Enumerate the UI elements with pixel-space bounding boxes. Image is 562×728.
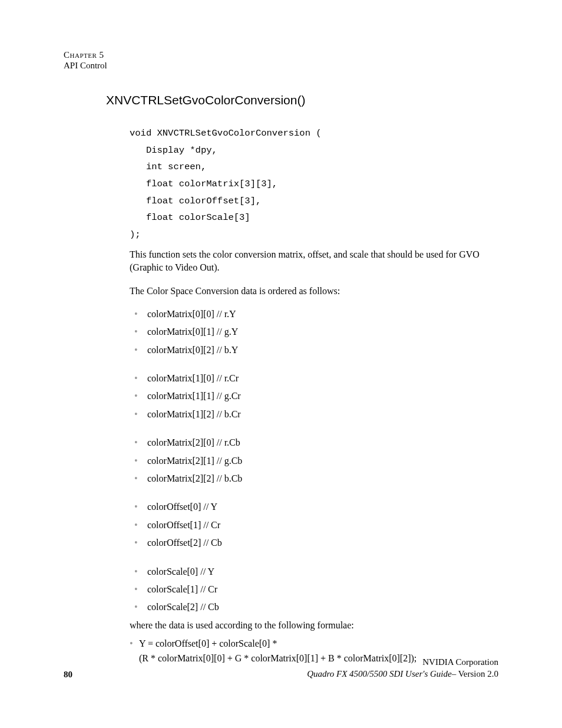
paragraph-2: The Color Space Conversion data is order… xyxy=(130,285,501,298)
footer-corp: NVIDIA Corporation xyxy=(307,657,498,668)
list-item: colorScale[0] // Y xyxy=(130,566,501,577)
section-title: XNVCTRLSetGvoColorConversion() xyxy=(106,93,501,107)
list-item: colorOffset[1] // Cr xyxy=(130,520,501,531)
bullet-group-3: colorOffset[0] // Y colorOffset[1] // Cr… xyxy=(130,502,501,548)
list-item: colorScale[2] // Cb xyxy=(130,602,501,612)
gap xyxy=(106,427,501,437)
content: XNVCTRLSetGvoColorConversion() void XNVC… xyxy=(106,93,501,666)
gap xyxy=(106,556,501,566)
footer-guide-line: Quadro FX 4500/5500 SDI User's Guide– Ve… xyxy=(307,668,498,680)
paragraph-1: This function sets the color conversion … xyxy=(130,248,501,275)
footer: 80 NVIDIA Corporation Quadro FX 4500/550… xyxy=(64,670,498,680)
footer-version: – Version 2.0 xyxy=(452,669,498,678)
list-item: colorMatrix[0][1] // g.Y xyxy=(130,327,501,337)
bullet-group-1: colorMatrix[1][0] // r.Cr colorMatrix[1]… xyxy=(130,373,501,420)
chapter-label: Chapter 5 xyxy=(64,50,107,60)
list-item: colorMatrix[2][2] // b.Cb xyxy=(130,473,501,484)
list-item: colorMatrix[0][2] // b.Y xyxy=(130,345,501,355)
formula-line-1: Y = colorOffset[0] + colorScale[0] * xyxy=(139,638,277,648)
list-item: colorScale[1] // Cr xyxy=(130,584,501,595)
footer-right: NVIDIA Corporation Quadro FX 4500/5500 S… xyxy=(307,657,498,680)
gap xyxy=(106,363,501,373)
bullet-group-2: colorMatrix[2][0] // r.Cb colorMatrix[2]… xyxy=(130,437,501,484)
list-item: colorMatrix[1][0] // r.Cr xyxy=(130,373,501,384)
footer-guide: Quadro FX 4500/5500 SDI User's Guide xyxy=(307,669,452,678)
bullet-group-4: colorScale[0] // Y colorScale[1] // Cr c… xyxy=(130,566,501,613)
page-number: 80 xyxy=(64,670,72,679)
page: Chapter 5 API Control XNVCTRLSetGvoColor… xyxy=(0,0,562,728)
gap xyxy=(106,491,501,502)
code-block: void XNVCTRLSetGvoColorConversion ( Disp… xyxy=(130,125,501,243)
list-item: colorMatrix[2][0] // r.Cb xyxy=(130,437,501,448)
list-item: colorMatrix[0][0] // r.Y xyxy=(130,309,501,319)
list-item: colorMatrix[1][1] // g.Cr xyxy=(130,391,501,401)
section-label: API Control xyxy=(64,60,107,71)
list-item: colorMatrix[1][2] // b.Cr xyxy=(130,409,501,420)
list-item: colorMatrix[2][1] // g.Cb xyxy=(130,456,501,466)
list-item: colorOffset[2] // Cb xyxy=(130,538,501,548)
list-item: colorOffset[0] // Y xyxy=(130,502,501,512)
where-text: where the data is used according to the … xyxy=(130,620,501,631)
bullet-group-0: colorMatrix[0][0] // r.Y colorMatrix[0][… xyxy=(130,309,501,355)
running-head: Chapter 5 API Control xyxy=(64,50,107,71)
